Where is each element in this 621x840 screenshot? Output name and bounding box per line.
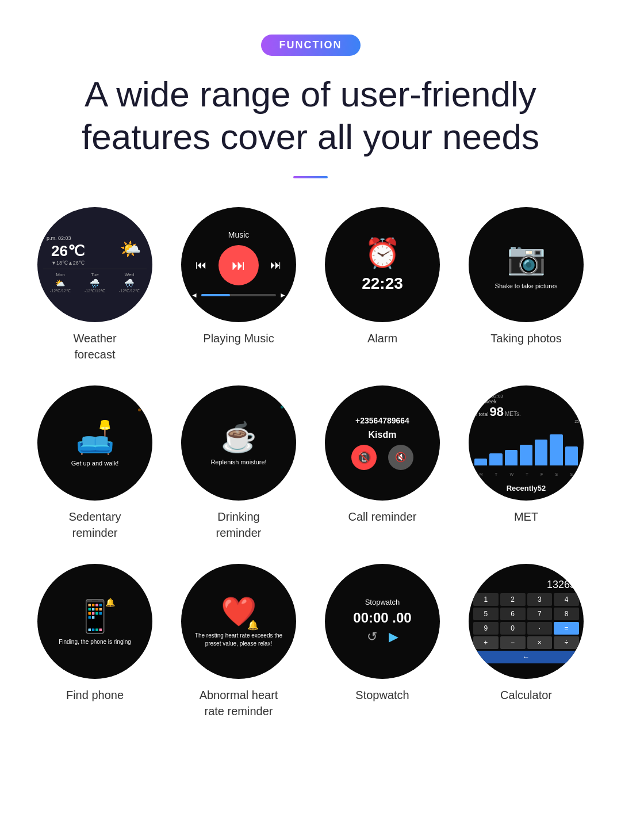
met-bar-3 xyxy=(505,450,518,465)
calc-key-2: 2 xyxy=(500,593,526,606)
met-bar-5 xyxy=(535,440,547,465)
met-in-total: in total xyxy=(473,411,489,417)
stopwatch-reset-icon: ↺ xyxy=(367,629,377,644)
met-top: 🔋 p.m. 02:03 This week in total 98 METs.… xyxy=(473,394,579,423)
music-play-button: ⏭ xyxy=(218,245,259,285)
calc-key-multiply: × xyxy=(527,636,553,649)
calc-key-minus: − xyxy=(500,636,526,649)
met-top-left: 🔋 p.m. 02:03 This week in total 98 METs. xyxy=(473,394,521,419)
met-scale: 100 75 50 25 xyxy=(572,394,579,423)
feature-label-camera: Taking photos xyxy=(490,330,561,346)
met-value: 98 xyxy=(490,404,504,419)
heartrate-text: The resting heart rate exceeds the prese… xyxy=(181,632,296,648)
feature-label-call: Call reminder xyxy=(348,509,417,525)
calc-key-1: 1 xyxy=(473,593,499,606)
dot-decor-3 xyxy=(195,400,198,403)
calc-key-dot: · xyxy=(527,622,553,635)
met-time: 🔋 p.m. 02:03 xyxy=(473,394,521,399)
music-next-icon: ⏭ xyxy=(270,258,282,272)
alarm-time: 22:23 xyxy=(362,274,403,293)
watch-drinking: ☕ Replenish moisture! xyxy=(181,385,296,501)
music-play-icon: ⏭ xyxy=(232,257,246,273)
feature-label-calculator: Calculator xyxy=(500,687,552,703)
music-progress-bar xyxy=(201,294,276,296)
feature-label-heartrate: Abnormal heartrate reminder xyxy=(200,687,278,719)
stopwatch-controls: ↺ ▶ xyxy=(367,629,398,644)
cup-icon: ☕ xyxy=(221,421,256,454)
met-recently-value: 52 xyxy=(538,484,546,492)
feature-label-met: MET xyxy=(514,509,538,525)
weather-time: p.m. 02:03 xyxy=(47,235,71,241)
call-mute-icon: 🔇 xyxy=(395,452,407,463)
met-bar-1 xyxy=(474,459,487,465)
feature-alarm: ⏰ 22:23 Alarm xyxy=(319,207,446,362)
met-week-label: This week xyxy=(473,399,497,404)
calc-key-4: 4 xyxy=(554,593,579,606)
bell-small-icon: 🔔 xyxy=(105,598,115,607)
call-decline-icon: 📵 xyxy=(357,450,371,464)
calc-key-equals: = xyxy=(554,622,579,635)
met-bar-7 xyxy=(565,446,578,465)
findphone-text: Finding, the phone is ringing xyxy=(53,639,137,645)
calc-display: 13263 xyxy=(473,579,579,591)
watch-weather: p.m. 02:03 26℃ ▼18℃▲26℃ 🌤️ Mon ⛅ -12℃/12… xyxy=(37,207,152,322)
calc-key-9: 9 xyxy=(473,622,499,635)
weather-day-wed: Wed 🌨️ -12℃/12℃ xyxy=(119,272,140,293)
feature-label-stopwatch: Stopwatch xyxy=(355,687,409,703)
feature-label-drinking: Drinkingreminder xyxy=(216,509,262,541)
music-prev-icon: ⏮ xyxy=(195,258,207,272)
met-bar-2 xyxy=(489,453,502,465)
watch-calculator: 13263 1 2 3 4 5 6 7 8 9 0 · = + − × ÷ ← xyxy=(469,564,584,679)
feature-drinking: ☕ Replenish moisture! Drinkingreminder xyxy=(175,385,302,541)
weather-icon: 🌤️ xyxy=(120,239,141,259)
feature-label-sedentary: Sedentaryreminder xyxy=(68,509,121,541)
met-bar-4 xyxy=(520,445,532,465)
met-days: M T W T F S S xyxy=(473,472,579,476)
call-number: +23564789664 xyxy=(355,416,409,425)
stopwatch-play-icon: ▶ xyxy=(389,629,398,644)
feature-findphone: 📱 🔔 Finding, the phone is ringing Find p… xyxy=(32,564,158,719)
function-badge: FUNCTION xyxy=(261,35,361,56)
feature-calculator: 13263 1 2 3 4 5 6 7 8 9 0 · = + − × ÷ ← … xyxy=(463,564,589,719)
drinking-text: Replenish moisture! xyxy=(210,459,266,465)
feature-label-music: Playing Music xyxy=(203,330,274,346)
weather-days: Mon ⛅ -12℃/12℃ Tue 🌧️ -12℃/12℃ Wed 🌨️ -1… xyxy=(43,269,147,293)
dot-decor-2 xyxy=(138,408,141,411)
weather-day-mon: Mon ⛅ -12℃/12℃ xyxy=(50,272,71,293)
watch-call: +23564789664 Kisdm 📵 🔇 xyxy=(325,385,440,501)
watch-heartrate: ❤️ 🔔 The resting heart rate exceeds the … xyxy=(181,564,296,679)
watch-findphone: 📱 🔔 Finding, the phone is ringing xyxy=(37,564,152,679)
camera-icon: 📷 xyxy=(507,239,546,277)
main-title: A wide range of user-friendly features c… xyxy=(82,73,539,159)
title-underline xyxy=(293,176,328,178)
calc-key-plus: + xyxy=(473,636,499,649)
calc-grid: 1 2 3 4 5 6 7 8 9 0 · = + − × ÷ ← xyxy=(473,593,579,663)
calc-key-backspace: ← xyxy=(473,651,579,663)
music-title: Music xyxy=(228,230,250,239)
feature-camera: 📷 Shake to take pictures Taking photos xyxy=(463,207,589,362)
battery-icon: 🔋 xyxy=(473,394,479,399)
watch-camera: 📷 Shake to take pictures xyxy=(469,207,584,322)
sedentary-text: Get up and walk! xyxy=(71,460,119,467)
feature-sedentary: 🛋️ Get up and walk! Sedentaryreminder xyxy=(32,385,158,541)
feature-met: 🔋 p.m. 02:03 This week in total 98 METs.… xyxy=(463,385,589,541)
calc-key-5: 5 xyxy=(473,608,499,620)
feature-music: Music ⏮ ⏭ ⏭ ◄ ► Playing Music xyxy=(175,207,302,362)
met-bars xyxy=(473,431,579,465)
feature-heartrate: ❤️ 🔔 The resting heart rate exceeds the … xyxy=(175,564,302,719)
features-grid: p.m. 02:03 26℃ ▼18℃▲26℃ 🌤️ Mon ⛅ -12℃/12… xyxy=(32,207,589,719)
music-volume-row: ◄ ► xyxy=(191,291,286,299)
dot-decor-4 xyxy=(281,406,283,408)
feature-call: +23564789664 Kisdm 📵 🔇 Call reminder xyxy=(319,385,446,541)
call-decline-button: 📵 xyxy=(351,445,377,470)
alert-bell-icon: 🔔 xyxy=(247,620,259,631)
dot-decor-1 xyxy=(49,400,52,403)
watch-music: Music ⏮ ⏭ ⏭ ◄ ► xyxy=(181,207,296,322)
calc-key-8: 8 xyxy=(554,608,579,620)
feature-stopwatch: Stopwatch 00:00 .00 ↺ ▶ Stopwatch xyxy=(319,564,446,719)
stopwatch-time: 00:00 .00 xyxy=(353,610,411,626)
feature-label-findphone: Find phone xyxy=(66,687,124,703)
watch-stopwatch: Stopwatch 00:00 .00 ↺ ▶ xyxy=(325,564,440,679)
music-controls: ⏮ ⏭ ⏭ xyxy=(195,245,282,285)
weather-range: ▼18℃▲26℃ xyxy=(48,260,147,266)
